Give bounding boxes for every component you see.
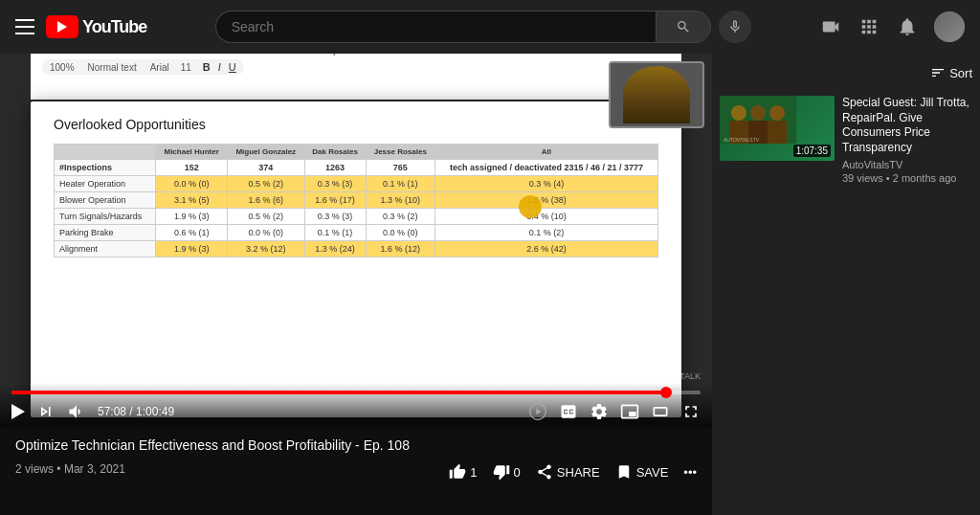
- table-row: Turn Signals/Hazards1.9 % (3)0.5 % (2)0.…: [55, 209, 658, 225]
- miniplayer-button[interactable]: [620, 402, 639, 421]
- cell-3-c1: 1.9 % (3): [156, 209, 228, 225]
- cell-2-c4: 1.3 % (10): [366, 192, 434, 209]
- pip-person: [623, 66, 690, 123]
- toolbar-size: 11: [181, 62, 191, 73]
- th-col3: Dak Rosales: [304, 145, 366, 160]
- fullscreen-button[interactable]: [681, 402, 701, 421]
- play-button[interactable]: [11, 404, 25, 419]
- doc-table: Michael Hunter Miguel Gonzalez Dak Rosal…: [54, 144, 658, 258]
- cell-3-label: Turn Signals/Hazards: [55, 209, 156, 225]
- menu-insert[interactable]: Insert: [140, 54, 167, 56]
- settings-button[interactable]: [590, 402, 609, 421]
- rec-channel-1: AutoVitalsTV: [842, 159, 972, 170]
- menu-file[interactable]: File: [42, 54, 59, 56]
- notifications-icon[interactable]: [896, 15, 919, 38]
- video-column: ✦ DSTR 108 Examples of Tech Effectivenes…: [0, 54, 712, 515]
- cell-5-label: Alignment: [55, 241, 156, 258]
- toolbar-normal: Normal text: [88, 62, 137, 73]
- cell-3-c2: 0.5 % (2): [228, 209, 305, 225]
- table-row: Blower Operation3.1 % (5)1.6 % (6)1.6 % …: [55, 192, 658, 209]
- rec-item-1[interactable]: AUTOVITALSTV 1:07:35 Special Guest: Jill…: [720, 96, 972, 184]
- save-button[interactable]: SAVE: [615, 463, 669, 481]
- video-main-info: Optimize Technician Effectiveness and Bo…: [15, 437, 697, 481]
- watermark: DIGITAL SHOP TALK: [618, 371, 701, 381]
- rec-duration-1: 1:07:35: [793, 145, 831, 157]
- th-col1: Michael Hunter: [156, 145, 228, 160]
- rec-age: 2 months ago: [893, 172, 957, 184]
- toolbar-underline[interactable]: U: [229, 61, 236, 73]
- sort-header: Sort: [720, 61, 972, 84]
- menu-edit[interactable]: Edit: [73, 54, 91, 56]
- cell-5-c3: 1.3 % (24): [304, 241, 366, 258]
- sort-button[interactable]: Sort: [930, 65, 972, 80]
- rec-title-1: Special Guest: Jill Trotta, RepairPal. G…: [842, 96, 972, 155]
- video-player[interactable]: ✦ DSTR 108 Examples of Tech Effectivenes…: [0, 54, 712, 427]
- svg-point-2: [731, 105, 746, 121]
- cell-4-c1: 0.6 % (1): [156, 225, 228, 241]
- menu-addons[interactable]: Add-ons: [264, 54, 303, 56]
- cell-5-c4: 1.6 % (12): [366, 241, 434, 258]
- upload-date: Mar 3, 2021: [64, 462, 125, 476]
- save-label: SAVE: [636, 465, 669, 480]
- dislike-count: 0: [514, 465, 521, 480]
- yt-logo-icon: [46, 15, 78, 38]
- rec-dot: •: [886, 172, 893, 184]
- table-row: Alignment1.9 % (3)3.2 % (12)1.3 % (24)1.…: [55, 241, 658, 258]
- table-row: Parking Brake0.6 % (1)0.0 % (0)0.1 % (1)…: [55, 225, 658, 241]
- apps-icon[interactable]: [858, 15, 880, 38]
- dislike-button[interactable]: 0: [493, 463, 521, 481]
- like-count: 1: [470, 465, 477, 480]
- share-icon: [536, 463, 553, 481]
- share-button[interactable]: SHARE: [536, 463, 600, 481]
- top-nav: YouTube: [0, 0, 980, 54]
- cell-3-c3: 0.3 % (3): [304, 209, 366, 225]
- theater-button[interactable]: [651, 402, 670, 421]
- youtube-logo[interactable]: YouTube: [46, 15, 146, 38]
- captions-button[interactable]: [559, 402, 578, 421]
- dislike-icon: [493, 463, 510, 481]
- th-col2: Miguel Gonzalez: [228, 145, 305, 160]
- doc-container: ✦ DSTR 108 Examples of Tech Effectivenes…: [31, 101, 681, 417]
- skip-button[interactable]: [36, 402, 56, 421]
- search-input[interactable]: [215, 11, 656, 43]
- yt-logo-text: YouTube: [82, 17, 146, 37]
- progress-fill: [11, 391, 666, 394]
- progress-dot: [660, 387, 672, 398]
- search-button[interactable]: [656, 11, 711, 43]
- hamburger-menu[interactable]: [15, 19, 34, 34]
- nav-right: [819, 11, 965, 42]
- cell-0-c1: 152: [156, 160, 228, 176]
- rec-thumbnail-1: AUTOVITALSTV 1:07:35: [720, 96, 835, 161]
- video-camera-icon[interactable]: [819, 15, 842, 38]
- th-label: [55, 145, 156, 160]
- menu-help[interactable]: Help: [317, 54, 339, 56]
- svg-point-4: [769, 105, 785, 121]
- menu-format[interactable]: Format: [180, 54, 213, 56]
- menu-view[interactable]: View: [104, 54, 127, 56]
- menu-tools[interactable]: Tools: [227, 54, 252, 56]
- controls-row: 57:08 / 1:00:49: [11, 402, 701, 421]
- mic-button[interactable]: [719, 11, 751, 43]
- table-header-row: Michael Hunter Miguel Gonzalez Dak Rosal…: [55, 145, 658, 160]
- video-meta: 2 views • Mar 3, 2021: [15, 462, 125, 476]
- volume-button[interactable]: [67, 402, 86, 421]
- progress-bar[interactable]: [11, 391, 701, 394]
- video-title: Optimize Technician Effectiveness and Bo…: [15, 437, 697, 454]
- cell-3-c4: 0.3 % (2): [366, 209, 434, 225]
- cell-4-label: Parking Brake: [55, 225, 156, 241]
- cell-0-c4: 765: [366, 160, 434, 176]
- toolbar-bold[interactable]: B: [203, 61, 211, 73]
- cell-4-c5: 0.1 % (2): [434, 225, 657, 241]
- toolbar-zoom: 100%: [50, 62, 75, 73]
- cell-1-c1: 0.0 % (0): [156, 176, 228, 192]
- like-button[interactable]: 1: [449, 463, 477, 481]
- search-bar: [154, 11, 812, 43]
- toolbar-italic[interactable]: I: [218, 61, 221, 73]
- autoplay-button[interactable]: [528, 402, 547, 421]
- table-row: #Inspections1523741263765tech assigned /…: [55, 160, 658, 176]
- user-avatar[interactable]: [934, 11, 965, 42]
- recommended-sidebar: Sort AUTOVITALSTV: [712, 54, 980, 515]
- more-button[interactable]: •••: [683, 465, 697, 480]
- cell-2-label: Blower Operation: [55, 192, 156, 209]
- cell-1-label: Heater Operation: [55, 176, 156, 192]
